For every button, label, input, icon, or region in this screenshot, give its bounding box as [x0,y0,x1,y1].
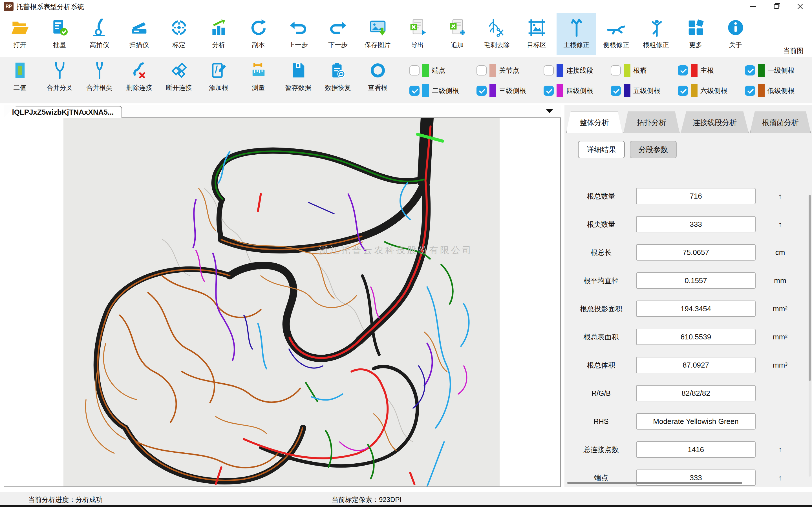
break-connection-button[interactable]: 断开连接 [159,57,199,102]
legend-item-lateral-4[interactable]: 四级侧根 [544,80,611,101]
tab-topology-analysis[interactable]: 拓扑分析 [623,112,679,133]
root-width-edit-button[interactable]: 根粗修正 [636,13,676,55]
legend-item-lateral-2[interactable]: 二级侧根 [409,80,476,101]
legend-item-joint[interactable]: 关节点 [476,60,544,80]
restore-button[interactable] [765,0,788,13]
duplicate-icon [250,18,267,37]
target-area-button[interactable]: 目标区 [517,13,557,55]
tab-nodule-analysis[interactable]: 根瘤菌分析 [750,112,811,133]
legend-item-lateral-3[interactable]: 三级侧根 [476,80,544,101]
field-label: 根平均直径 [570,272,632,289]
field-value-input[interactable]: 1416 [636,441,756,458]
checkbox-icon[interactable] [678,86,688,96]
checkbox-icon[interactable] [544,86,554,96]
document-tab[interactable]: lQLPJxZ5wizbKjTNAxXNA5... [4,106,122,118]
analyze-button[interactable]: 分析 [199,13,239,55]
field-row: 总连接点数 1416 ↑ [564,441,812,458]
save-image-button[interactable]: 保存图片 [358,13,398,55]
field-unit: ↑ [759,188,801,204]
merge-fork-button[interactable]: 合并分叉 [40,57,80,102]
legend-item-lateral-1[interactable]: 一级侧根 [745,60,812,80]
field-label: 根总数量 [570,188,632,204]
batch-button[interactable]: 批量 [40,13,80,55]
legend-item-lateral-5[interactable]: 五级侧根 [611,80,678,101]
open-folder-icon [11,18,29,37]
checkbox-icon[interactable] [611,65,621,75]
panel-horizontal-scrollbar[interactable] [567,482,742,484]
field-value-input[interactable]: 194.3454 [636,300,756,317]
field-value-input[interactable]: 75.0657 [636,244,756,261]
minimize-button[interactable] [741,0,765,13]
merge-tips-button[interactable]: 合并根尖 [80,57,119,102]
checkbox-icon[interactable] [409,65,419,75]
lateral-root-edit-button[interactable]: 侧根修正 [596,13,636,55]
checkbox-icon[interactable] [476,86,487,96]
view-root-button[interactable]: 查看根 [358,57,398,102]
binary-button[interactable]: 二值 [0,57,40,102]
calibrate-button[interactable]: 标定 [159,13,199,55]
legend-item-nodule[interactable]: 根瘤 [611,60,678,80]
segment-params-button[interactable]: 分段参数 [630,141,677,158]
checkbox-icon[interactable] [745,65,755,75]
close-button[interactable] [788,0,812,13]
field-value-input[interactable]: 87.0927 [636,357,756,373]
append-button[interactable]: 追加 [437,13,477,55]
legend-item-main-root[interactable]: 主根 [678,60,745,80]
field-value-input[interactable]: 333 [636,216,756,232]
legend-item-lateral-low[interactable]: 低级侧根 [745,80,812,101]
field-value-input[interactable]: 716 [636,188,756,204]
scrollbar-thumb[interactable] [809,195,811,381]
field-value-input[interactable]: Moderate Yellowish Green [636,413,756,430]
checkbox-icon[interactable] [476,65,487,75]
redo-button[interactable]: 下一步 [318,13,358,55]
tab-overall-analysis[interactable]: 整体分析 [566,112,622,133]
redo-icon [329,18,347,37]
legend-item-segment[interactable]: 连接线段 [544,60,611,80]
field-unit: mm [759,272,801,289]
restore-data-button[interactable]: 数据恢复 [318,57,358,102]
calibration-dpi-status: 当前标定像素：923DPI [332,495,402,504]
stash-data-button[interactable]: 暂存数据 [278,57,318,102]
tab-segment-analysis[interactable]: 连接线段分析 [680,112,749,133]
delete-connection-button[interactable]: 删除连接 [119,57,159,102]
deburr-button[interactable]: 毛刺去除 [477,13,517,55]
field-row: R/G/B 82/82/82 [564,385,812,401]
root-scan-image[interactable]: 浙江托普云农科技股份有限公司 [63,118,500,487]
field-unit: mm² [759,300,801,317]
checkbox-icon[interactable] [544,65,554,75]
about-button[interactable]: 关于 [716,13,755,55]
detail-result-button[interactable]: 详细结果 [578,141,625,158]
tab-list-dropdown-icon[interactable] [546,109,553,113]
color-swatch [691,84,698,97]
add-root-button[interactable]: 添加根 [199,57,239,102]
checkbox-icon[interactable] [611,86,621,96]
root-image-canvas[interactable]: 浙江托普云农科技股份有限公司 [4,118,561,487]
field-unit: cm [759,244,801,261]
field-unit: mm³ [759,357,801,373]
binary-icon [11,62,29,79]
checkbox-icon[interactable] [678,65,688,75]
field-value-input[interactable]: 0.1557 [636,272,756,289]
field-value-input[interactable]: 82/82/82 [636,385,756,401]
panel-vertical-scrollbar[interactable] [809,195,811,476]
main-root-edit-button[interactable]: 主根修正 [557,13,596,55]
legend-item-endpoint[interactable]: 端点 [409,60,476,80]
duplicate-button[interactable]: 副本 [239,13,278,55]
checkbox-icon[interactable] [409,86,419,96]
legend-item-lateral-6[interactable]: 六级侧根 [678,80,745,101]
append-icon [448,18,466,37]
undo-button[interactable]: 上一步 [278,13,318,55]
undo-icon [289,18,307,37]
export-button[interactable]: 导出 [398,13,437,55]
checkbox-icon[interactable] [745,86,755,96]
open-button[interactable]: 打开 [0,13,40,55]
color-swatch [691,64,698,77]
doc-camera-button[interactable]: 高拍仪 [80,13,119,55]
color-swatch [422,84,429,97]
measure-button[interactable]: 测量 [239,57,278,102]
scanner-button[interactable]: 扫描仪 [119,13,159,55]
close-icon [797,3,804,10]
field-value-input[interactable]: 610.5539 [636,329,756,345]
analysis-panel: 整体分析 拓扑分析 连接线段分析 根瘤菌分析 详细结果 分段参数 根总数量 71… [564,105,812,487]
more-button[interactable]: 更多 [676,13,716,55]
